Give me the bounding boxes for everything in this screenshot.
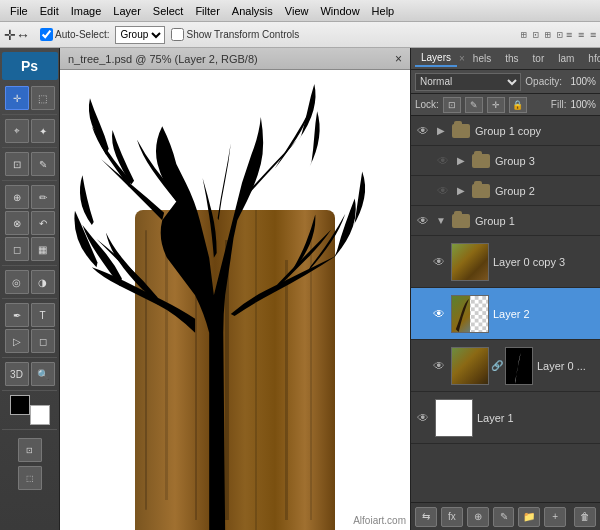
fill-label: Fill:	[551, 99, 567, 110]
autoselect-checkbox[interactable]	[40, 28, 53, 41]
path-select-tool[interactable]: ▷	[5, 329, 29, 353]
adjustment-layer-btn[interactable]: ✎	[493, 507, 515, 527]
menu-file[interactable]: File	[4, 3, 34, 19]
layer-0-copy-3[interactable]: 👁 Layer 0 copy 3	[411, 236, 600, 288]
layer-group-3[interactable]: 👁 ▶ Group 3	[411, 146, 600, 176]
expand-group-3[interactable]: ▶	[455, 155, 467, 167]
eyedropper-tool[interactable]: ✎	[31, 152, 55, 176]
magic-wand-tool[interactable]: ✦	[31, 119, 55, 143]
layer-thumb-0-color	[451, 347, 489, 385]
autoselect-dropdown[interactable]: Group Layer	[115, 26, 165, 44]
folder-icon-group-3	[471, 153, 491, 169]
menu-select[interactable]: Select	[147, 3, 190, 19]
foreground-color[interactable]	[10, 395, 30, 415]
eye-icon-layer-0-copy3[interactable]: 👁	[431, 254, 447, 270]
eraser-tool[interactable]: ◻	[5, 237, 29, 261]
eye-icon-layer-1[interactable]: 👁	[415, 410, 431, 426]
expand-group-1-copy[interactable]: ▶	[435, 125, 447, 137]
text-tool[interactable]: T	[31, 303, 55, 327]
layer-group-1-copy[interactable]: 👁 ▶ Group 1 copy	[411, 116, 600, 146]
pen-tool[interactable]: ✒	[5, 303, 29, 327]
svg-rect-7	[506, 348, 532, 383]
menu-window[interactable]: Window	[314, 3, 365, 19]
panel-footer: ⇆ fx ⊕ ✎ 📁 + 🗑	[411, 502, 600, 530]
tab-hfo[interactable]: hfo	[582, 51, 600, 66]
layer-1[interactable]: 👁 Layer 1	[411, 392, 600, 444]
clone-tool[interactable]: ⊗	[5, 211, 29, 235]
layer-group-2[interactable]: 👁 ▶ Group 2	[411, 176, 600, 206]
add-mask-btn[interactable]: ⊕	[467, 507, 489, 527]
canvas-close-button[interactable]: ×	[395, 52, 402, 66]
transform-checkbox[interactable]	[171, 28, 184, 41]
tab-ths[interactable]: ths	[499, 51, 524, 66]
lock-row: Lock: ⊡ ✎ ✛ 🔒 Fill: 100%	[411, 94, 600, 116]
canvas-image[interactable]: Alfoiart.com	[60, 70, 410, 530]
layer-name-1: Layer 1	[477, 412, 596, 424]
lock-all-btn[interactable]: 🔒	[509, 97, 527, 113]
toolbar: Ps ✛ ⬚ ⌖ ✦ ⊡ ✎ ⊕ ✏ ⊗	[0, 48, 60, 530]
layer-name-0: Layer 0 ...	[537, 360, 596, 372]
dodge-tool[interactable]: ◑	[31, 270, 55, 294]
menu-help[interactable]: Help	[366, 3, 401, 19]
eye-icon-layer-0[interactable]: 👁	[431, 358, 447, 374]
background-color[interactable]	[30, 405, 50, 425]
eye-icon-group-3[interactable]: 👁	[435, 153, 451, 169]
brush-tool[interactable]: ✏	[31, 185, 55, 209]
menu-image[interactable]: Image	[65, 3, 108, 19]
transform-label: Show Transform Controls	[171, 28, 299, 41]
layer-name-group-3: Group 3	[495, 155, 596, 167]
ps-logo: Ps	[2, 52, 58, 80]
new-layer-btn[interactable]: +	[544, 507, 566, 527]
menu-filter[interactable]: Filter	[189, 3, 225, 19]
layer-0[interactable]: 👁 🔗 Layer 0 ...	[411, 340, 600, 392]
shape-tool[interactable]: ◻	[31, 329, 55, 353]
tool-group-pen: ✒ T ▷ ◻	[2, 303, 57, 358]
expand-group-2[interactable]: ▶	[455, 185, 467, 197]
menu-analysis[interactable]: Analysis	[226, 3, 279, 19]
quick-mask-tool[interactable]: ⊡	[18, 438, 42, 462]
eye-icon-layer-2[interactable]: 👁	[431, 306, 447, 322]
history-tool[interactable]: ↶	[31, 211, 55, 235]
blur-tool[interactable]: ◎	[5, 270, 29, 294]
tool-group-healing: ⊕ ✏ ⊗ ↶ ◻ ▦	[2, 185, 57, 266]
crop-tool[interactable]: ⊡	[5, 152, 29, 176]
menu-view[interactable]: View	[279, 3, 315, 19]
zoom-tool[interactable]: 🔍	[31, 362, 55, 386]
menu-edit[interactable]: Edit	[34, 3, 65, 19]
blend-mode-select[interactable]: Normal Multiply Screen	[415, 73, 521, 91]
tab-hels[interactable]: hels	[467, 51, 497, 66]
layer-thumb-2-left	[451, 295, 489, 333]
lock-transparent-btn[interactable]: ⊡	[443, 97, 461, 113]
tab-layers[interactable]: Layers	[415, 50, 457, 67]
lock-position-btn[interactable]: ✛	[487, 97, 505, 113]
gradient-tool[interactable]: ▦	[31, 237, 55, 261]
layer-2[interactable]: 👁	[411, 288, 600, 340]
layer-thumb-1	[435, 399, 473, 437]
link-layers-btn[interactable]: ⇆	[415, 507, 437, 527]
menu-layer[interactable]: Layer	[107, 3, 147, 19]
tab-tor[interactable]: tor	[527, 51, 551, 66]
3d-tool[interactable]: 3D	[5, 362, 29, 386]
marquee-tool[interactable]: ⬚	[31, 86, 55, 110]
lock-image-btn[interactable]: ✎	[465, 97, 483, 113]
watermark: Alfoiart.com	[353, 515, 406, 526]
tab-lam[interactable]: lam	[552, 51, 580, 66]
new-group-btn[interactable]: 📁	[518, 507, 540, 527]
eye-icon-group-1[interactable]: 👁	[415, 213, 431, 229]
eye-icon-group-1-copy[interactable]: 👁	[415, 123, 431, 139]
heal-tool[interactable]: ⊕	[5, 185, 29, 209]
expand-group-1[interactable]: ▼	[435, 215, 447, 227]
layer-style-btn[interactable]: fx	[441, 507, 463, 527]
layer-group-1[interactable]: 👁 ▼ Group 1	[411, 206, 600, 236]
screen-mode-tool[interactable]: ⬚	[18, 466, 42, 490]
layer-name-group-2: Group 2	[495, 185, 596, 197]
layer-mask-0	[505, 347, 533, 385]
move-tool[interactable]: ✛	[5, 86, 29, 110]
delete-layer-btn[interactable]: 🗑	[574, 507, 596, 527]
main-area: Ps ✛ ⬚ ⌖ ✦ ⊡ ✎ ⊕ ✏ ⊗	[0, 48, 600, 530]
layer-thumb-0-copy3	[451, 243, 489, 281]
tool-group-crop: ⊡ ✎	[2, 152, 57, 181]
opacity-value: 100%	[566, 76, 596, 87]
lasso-tool[interactable]: ⌖	[5, 119, 29, 143]
eye-icon-group-2[interactable]: 👁	[435, 183, 451, 199]
